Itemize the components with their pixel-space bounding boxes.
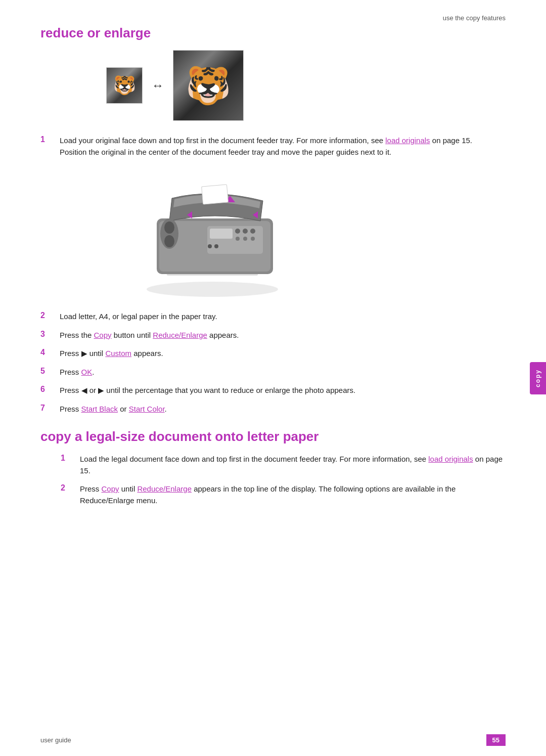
page-footer: user guide 55 (40, 734, 506, 746)
start-color-link: Start Color (129, 405, 165, 413)
svg-point-24 (164, 235, 174, 247)
step-number-5: 5 (40, 367, 51, 376)
step-text-2: Load letter, A4, or legal paper in the p… (60, 311, 217, 323)
svg-point-23 (164, 221, 174, 234)
load-originals-link-1: load originals (385, 136, 430, 145)
step-text-3: Press the Copy button until Reduce/Enlar… (60, 330, 239, 341)
steps-list-2: 2 Load letter, A4, or legal paper in the… (40, 311, 506, 415)
step-number-2: 2 (40, 311, 51, 320)
step-text-7: Press Start Black or Start Color. (60, 404, 167, 415)
step2-text-2: Press Copy until Reduce/Enlarge appears … (80, 483, 506, 506)
step-number-3: 3 (40, 330, 51, 339)
steps-list-section2: 1 Load the legal document face down and … (61, 454, 506, 506)
svg-point-0 (147, 282, 278, 297)
step-text-4: Press ▶ until Custom appears. (60, 348, 163, 360)
step2-item-1: 1 Load the legal document face down and … (61, 454, 506, 476)
steps-list-1: 1 Load your original face down and top f… (40, 135, 506, 158)
load-originals-link-2: load originals (428, 455, 473, 463)
copy-link-1: Copy (94, 331, 112, 339)
page-header: use the copy features (443, 14, 506, 22)
step-item-4: 4 Press ▶ until Custom appears. (40, 348, 506, 360)
step-text-1: Load your original face down and top fir… (60, 135, 472, 158)
step2-text-1: Load the legal document face down and to… (80, 454, 506, 476)
resize-arrow-icon: ↔ (152, 78, 164, 93)
step-text-5: Press OK. (60, 367, 94, 378)
section2-title: copy a legal-size document onto letter p… (40, 429, 506, 444)
main-content: reduce or enlarge ↔ 1 Load your original… (40, 25, 506, 726)
svg-point-10 (243, 229, 248, 234)
printer-illustration (131, 168, 293, 299)
step-item-5: 5 Press OK. (40, 367, 506, 378)
start-black-link: Start Black (81, 405, 118, 413)
step-number-7: 7 (40, 404, 51, 413)
svg-point-16 (214, 244, 218, 248)
custom-link: Custom (105, 349, 131, 358)
step-number-1: 1 (40, 135, 51, 144)
step-item-6: 6 Press ◀ or ▶ until the percentage that… (40, 385, 506, 396)
svg-point-12 (236, 237, 240, 241)
step2-item-2: 2 Press Copy until Reduce/Enlarge appear… (61, 483, 506, 506)
ok-link: OK (81, 368, 93, 376)
tiger-small-image (106, 67, 143, 104)
step-item-1: 1 Load your original face down and top f… (40, 135, 506, 158)
step-item-7: 7 Press Start Black or Start Color. (40, 404, 506, 415)
side-tab-label: copy (534, 369, 541, 387)
svg-rect-21 (202, 185, 229, 204)
svg-point-11 (250, 229, 255, 234)
footer-guide-label: user guide (40, 736, 71, 744)
tiger-images-illustration: ↔ (106, 50, 506, 121)
reduce-enlarge-link-1: Reduce/Enlarge (153, 331, 207, 339)
copy-side-tab: copy (530, 362, 546, 394)
printer-image-container (131, 168, 506, 301)
step-number-6: 6 (40, 385, 51, 394)
step-item-3: 3 Press the Copy button until Reduce/Enl… (40, 330, 506, 341)
svg-point-14 (251, 237, 255, 241)
section1-title: reduce or enlarge (40, 25, 506, 41)
step2-number-2: 2 (61, 483, 71, 493)
step2-number-1: 1 (61, 454, 71, 463)
step-text-6: Press ◀ or ▶ until the percentage that y… (60, 385, 355, 396)
breadcrumb-text: use the copy features (443, 14, 506, 22)
svg-rect-8 (210, 229, 233, 239)
copy-link-2: Copy (102, 484, 119, 493)
page-number: 55 (486, 734, 506, 746)
step-number-4: 4 (40, 348, 51, 357)
reduce-enlarge-link-2: Reduce/Enlarge (137, 484, 192, 493)
tiger-large-image (173, 50, 244, 121)
step-item-2: 2 Load letter, A4, or legal paper in the… (40, 311, 506, 323)
svg-point-15 (208, 244, 212, 248)
svg-point-9 (235, 229, 240, 234)
svg-point-13 (243, 237, 247, 241)
